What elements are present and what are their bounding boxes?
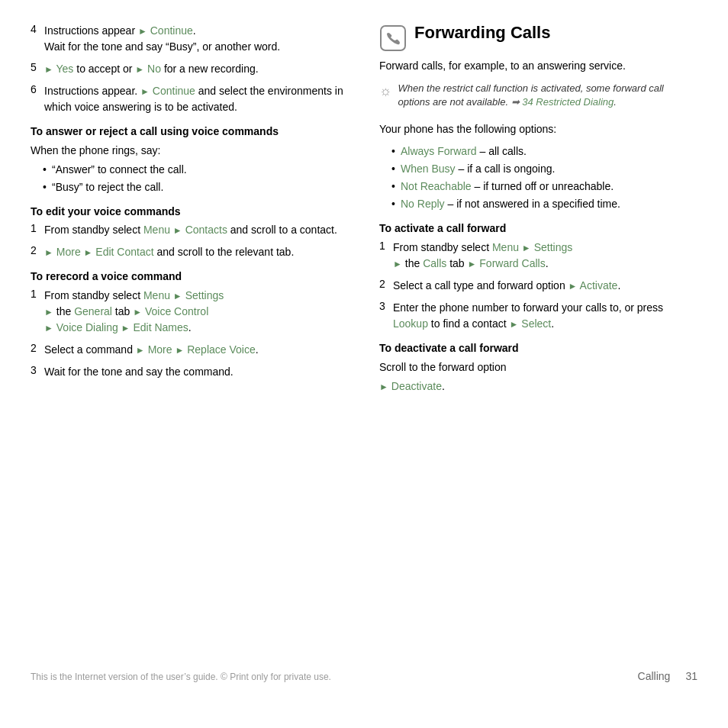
step5-text2: for a new recording.: [161, 63, 259, 75]
option-not-reachable: Not Reachable – if turned off or unreach…: [391, 179, 697, 195]
activate-step-3: 3 Enter the phone number to forward your…: [379, 300, 697, 332]
act-s1-text1: From standby select: [393, 241, 492, 253]
right-column: Forwarding Calls Forward calls, for exam…: [379, 23, 697, 655]
step-5: 5 ► Yes to accept or ► No for a new reco…: [31, 61, 349, 77]
rr-s1-tab: tab: [112, 305, 133, 317]
edit-step-num-2: 2: [31, 244, 41, 260]
step5-yes: Yes: [56, 63, 74, 75]
step6-text1: Instructions appear.: [44, 85, 140, 97]
tip-icon: ☼: [379, 83, 392, 99]
tip-text: When the restrict call function is activ…: [398, 82, 698, 109]
step6-continue: Continue: [153, 85, 195, 97]
act-s3-period: .: [551, 317, 554, 330]
step-5-content: ► Yes to accept or ► No for a new record…: [44, 61, 349, 77]
act-s2-arrow1: ►: [569, 281, 578, 292]
step4-continue: Continue: [150, 24, 193, 37]
edit-s1-text2: and scroll to a contact.: [227, 224, 337, 236]
rr-s1-the: the: [56, 305, 74, 317]
svg-rect-0: [381, 26, 405, 50]
step5-arrow2: ►: [135, 64, 144, 75]
edit-step-1: 1 From standby select Menu ► Contacts an…: [31, 222, 349, 238]
act-step-num-2: 2: [379, 278, 390, 294]
forward-options-list: Always Forward – all calls. When Busy – …: [391, 143, 697, 212]
rr-s1-editnames: Edit Names: [133, 321, 188, 333]
no-reply-link: No Reply: [401, 198, 445, 210]
not-reachable-text: – if turned off or unreachable.: [472, 180, 614, 192]
rr-s1-arrow3: ►: [133, 307, 142, 317]
activate-step-1: 1 From standby select Menu ► Settings ► …: [379, 240, 697, 272]
rerecord-step-3: 3 Wait for the tone and say the command.: [31, 364, 349, 380]
rr-s2-replace: Replace Voice: [187, 343, 256, 356]
act-s1-period: .: [546, 257, 549, 269]
edit-s2-text: and scroll to the relevant tab.: [154, 246, 295, 258]
step4-period: .: [193, 24, 196, 37]
voice-commands-bullets: “Answer” to connect the call. “Busy” to …: [43, 162, 349, 195]
rr-s2-arrow2: ►: [175, 345, 184, 356]
rr-s2-text1: Select a command: [44, 343, 136, 356]
deactivate-heading: To deactivate a call forward: [379, 341, 697, 356]
rr-s1-menu: Menu: [143, 289, 170, 301]
edit-step-2-content: ► More ► Edit Contact and scroll to the …: [44, 244, 349, 260]
rr-s3-text: Wait for the tone and say the command.: [44, 366, 234, 378]
rr-s2-more: More: [148, 343, 172, 356]
edit-s2-edit-contact: Edit Contact: [95, 246, 153, 258]
act-s2-text1: Select a call type and forward option: [393, 279, 569, 292]
act-s1-arrow1: ►: [522, 243, 531, 253]
edit-voice-section: To edit your voice commands 1 From stand…: [31, 205, 349, 261]
rr-s1-arrow2: ►: [44, 307, 53, 317]
edit-s1-contacts: Contacts: [185, 224, 227, 236]
edit-s1-arrow1: ►: [173, 225, 182, 236]
bullet-busy: “Busy” to reject the call.: [43, 179, 349, 195]
rr-s1-settings: Settings: [185, 289, 224, 301]
edit-step-num-1: 1: [31, 222, 41, 238]
edit-step-2: 2 ► More ► Edit Contact and scroll to th…: [31, 244, 349, 260]
content-area: 4 Instructions appear ► Continue. Wait f…: [31, 23, 697, 655]
rr-s1-text1: From standby select: [44, 289, 143, 301]
option-no-reply: No Reply – if not answered in a specifie…: [391, 196, 697, 212]
when-busy-text: – if a call is ongoing.: [456, 163, 556, 175]
act-step-2-content: Select a call type and forward option ► …: [393, 278, 697, 294]
rerecord-step-1: 1 From standby select Menu ► Settings ► …: [31, 288, 349, 336]
act-s1-settings: Settings: [534, 241, 573, 253]
step4-arrow1: ►: [138, 26, 147, 37]
step-6-content: Instructions appear. ► Continue and sele…: [44, 83, 349, 115]
forwarding-title-row: Forwarding Calls: [379, 23, 697, 52]
act-s1-tab: tab: [446, 257, 467, 269]
footer-section: Calling: [638, 670, 671, 682]
tip-link: 34 Restricted Dialing: [522, 96, 614, 108]
step-6: 6 Instructions appear. ► Continue and se…: [31, 83, 349, 115]
always-forward-link: Always Forward: [401, 145, 477, 157]
always-forward-text: – all calls.: [477, 145, 527, 157]
rr-s1-voicedialing: Voice Dialing: [56, 321, 118, 333]
voice-commands-heading: To answer or reject a call using voice c…: [31, 124, 349, 140]
rerecord-step-2-content: Select a command ► More ► Replace Voice.: [44, 342, 349, 358]
act-s1-arrow2: ►: [393, 259, 402, 269]
page: 4 Instructions appear ► Continue. Wait f…: [0, 0, 728, 728]
act-step-num-1: 1: [379, 240, 390, 272]
rr-s1-general: General: [74, 305, 112, 317]
when-busy-link: When Busy: [401, 163, 456, 175]
page-info: Calling 31: [638, 670, 697, 682]
rr-s2-period: .: [256, 343, 259, 356]
footer-note: This is the Internet version of the user…: [31, 672, 331, 682]
act-s1-arrow3: ►: [468, 259, 477, 269]
act-s3-text2: to find a contact: [428, 317, 510, 330]
edit-s1-text1: From standby select: [44, 224, 143, 236]
rerecord-heading: To rerecord a voice command: [31, 269, 349, 285]
rr-s1-arrow5: ►: [121, 323, 130, 333]
deactivate-period: .: [442, 380, 445, 392]
step4-continuation: Wait for the tone and say “Busy”, or ano…: [44, 40, 280, 53]
rr-s1-arrow4: ►: [44, 323, 53, 333]
step5-text1: to accept or: [73, 63, 135, 75]
step4-text1: Instructions appear: [44, 24, 138, 37]
left-column: 4 Instructions appear ► Continue. Wait f…: [31, 23, 349, 655]
act-s2-activate: Activate: [580, 279, 618, 292]
act-s1-menu: Menu: [492, 241, 519, 253]
rerecord-step-1-content: From standby select Menu ► Settings ► th…: [44, 288, 349, 336]
edit-step-1-content: From standby select Menu ► Contacts and …: [44, 222, 349, 238]
rerecord-step-num-3: 3: [31, 364, 41, 380]
deactivate-link: Deactivate: [391, 380, 442, 392]
deactivate-link-row: ► Deactivate.: [379, 378, 697, 395]
act-s1-forward: Forward Calls: [479, 257, 545, 269]
rerecord-step-num-1: 1: [31, 288, 41, 336]
